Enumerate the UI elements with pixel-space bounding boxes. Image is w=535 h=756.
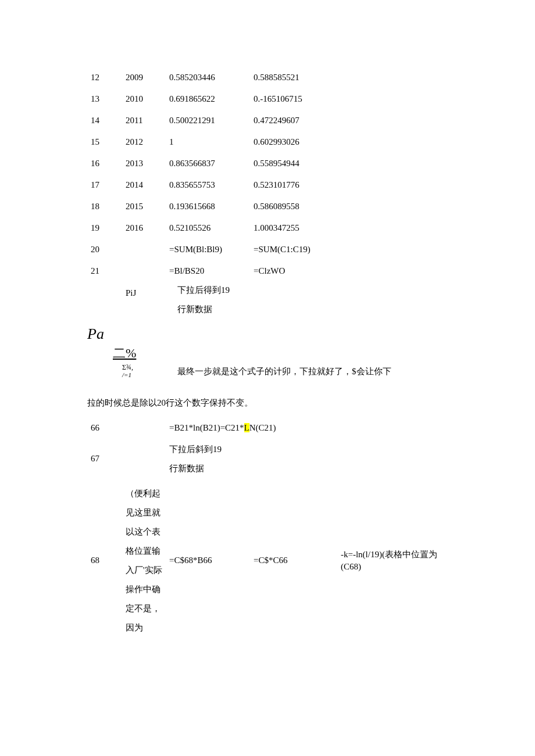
cell-b: 2014 xyxy=(122,174,166,196)
formula-pre: =B21*ln(B21)=C21* xyxy=(169,423,244,432)
cell-a: 16 xyxy=(87,153,122,174)
cell-a: 19 xyxy=(87,217,122,239)
cell-c: 0.585203446 xyxy=(166,67,250,88)
cell-a: 67 xyxy=(87,439,122,479)
data-table-lower: 66 =B21*ln(B21)=C21*LN(C21) 67 下拉后斜到19 行… xyxy=(87,417,448,642)
table-row: 12 2009 0.585203446 0.588585521 xyxy=(87,67,448,88)
cell-a: 14 xyxy=(87,110,122,131)
table-row: 14 2011 0.500221291 0.472249607 xyxy=(87,110,448,131)
sigma-sub: /=1 xyxy=(122,371,131,378)
cell-formula: =B21*ln(B21)=C21*LN(C21) xyxy=(166,417,337,439)
quote-content: （便利起见这里就以这个表格位置输入厂'实际操作中确定不是，因为 xyxy=(126,489,162,632)
table-row: 18 2015 0.193615668 0.586089558 xyxy=(87,196,448,217)
er-percent-text: 二% xyxy=(113,346,136,360)
cell-b: 2009 xyxy=(122,67,166,88)
table-row: 21 PiJ =Bl/BS20 下拉后得到19 行新数据 =ClzWO xyxy=(87,260,448,320)
cell-c: =C$68*B66 xyxy=(166,479,250,642)
cell-d: =SUM(C1:C19) xyxy=(250,239,337,260)
sigma-text: 最终一步就是这个式子的计卯，下拉就好了，$会让你下 xyxy=(177,366,391,378)
cell-a: 21 xyxy=(87,260,122,320)
cell-c: =SUM(Bl:Bl9) xyxy=(166,239,250,260)
table-row: 16 2013 0.863566837 0.558954944 xyxy=(87,153,448,174)
sigma-line: Σ¾, /=1 最终一步就是这个式子的计卯，下拉就好了，$会让你下 xyxy=(87,364,448,379)
formula-block: Pa 二% Σ¾, /=1 最终一步就是这个式子的计卯，下拉就好了，$会让你下 xyxy=(87,324,448,379)
cell-a: 17 xyxy=(87,174,122,196)
cell-b: 2012 xyxy=(122,131,166,153)
cell-a: 15 xyxy=(87,131,122,153)
note-text: 行新数据 xyxy=(169,303,247,316)
cell-d: 1.000347255 xyxy=(250,217,337,239)
cell-d: 0.-165106715 xyxy=(250,88,337,110)
cell-c: 0.500221291 xyxy=(166,110,250,131)
cell-d: 0.588585521 xyxy=(250,67,337,88)
cell-b: （便利起见这里就以这个表格位置输入厂'实际操作中确定不是，因为 xyxy=(122,479,166,642)
sigma-notation: Σ¾, /=1 xyxy=(122,364,177,379)
cell-c: 0.691865622 xyxy=(166,88,250,110)
cell-c: 1 xyxy=(166,131,250,153)
sigma-top: Σ¾, xyxy=(122,363,133,371)
table-row: 66 =B21*ln(B21)=C21*LN(C21) xyxy=(87,417,448,439)
table-row: 13 2010 0.691865622 0.-165106715 xyxy=(87,88,448,110)
cell-a: 20 xyxy=(87,239,122,260)
cell-c: 0.863566837 xyxy=(166,153,250,174)
table-row: 68 （便利起见这里就以这个表格位置输入厂'实际操作中确定不是，因为 =C$68… xyxy=(87,479,448,642)
cell-d: 0.558954944 xyxy=(250,153,337,174)
pa-symbol: Pa xyxy=(87,324,448,345)
cell-d: =C$*C66 xyxy=(250,479,337,642)
formula-highlight: L xyxy=(244,423,249,432)
cell-d: 0.602993026 xyxy=(250,131,337,153)
cell-a: 18 xyxy=(87,196,122,217)
cell-b: 2011 xyxy=(122,110,166,131)
cell-a: 12 xyxy=(87,67,122,88)
table-row: 17 2014 0.835655753 0.523101776 xyxy=(87,174,448,196)
cell-b: PiJ xyxy=(122,260,166,320)
cell-d: 0.472249607 xyxy=(250,110,337,131)
table-row: 15 2012 1 0.602993026 xyxy=(87,131,448,153)
table-body-lower: 66 =B21*ln(B21)=C21*LN(C21) 67 下拉后斜到19 行… xyxy=(87,417,448,642)
cell-b: 2013 xyxy=(122,153,166,174)
formula-text: =Bl/BS20 xyxy=(169,265,247,277)
cell-c: 0.52105526 xyxy=(166,217,250,239)
cell-c: 0.193615668 xyxy=(166,196,250,217)
cell-d: 0.523101776 xyxy=(250,174,337,196)
e-content: -k=-ln(l/19)(表格中位置为(C68) xyxy=(341,550,437,571)
table-row: 19 2016 0.52105526 1.000347255 xyxy=(87,217,448,239)
cell-d: 0.586089558 xyxy=(250,196,337,217)
cell-c: 0.835655753 xyxy=(166,174,250,196)
page: 12 2009 0.585203446 0.588585521 13 2010 … xyxy=(0,0,535,689)
table-row: 67 下拉后斜到19 行新数据 xyxy=(87,439,448,479)
table-body: 12 2009 0.585203446 0.588585521 13 2010 … xyxy=(87,67,448,320)
cell-a: 66 xyxy=(87,417,122,439)
note-line: 行新数据 xyxy=(169,463,247,475)
data-table: 12 2009 0.585203446 0.588585521 13 2010 … xyxy=(87,67,448,320)
cell-a: 68 xyxy=(87,479,122,642)
formula-post: N(C21) xyxy=(249,423,276,432)
cell-b: 2016 xyxy=(122,217,166,239)
cell-c: =Bl/BS20 下拉后得到19 行新数据 xyxy=(166,260,250,320)
paragraph: 拉的时候总是除以20行这个数字保持不变。 xyxy=(87,397,448,409)
cell-b xyxy=(122,239,166,260)
note-text: 下拉后得到19 xyxy=(169,284,247,296)
er-percent: 二% xyxy=(113,345,448,363)
cell-b: 2015 xyxy=(122,196,166,217)
note-line: 下拉后斜到19 xyxy=(169,443,247,456)
cell-d: =ClzWO xyxy=(250,260,337,320)
cell-a: 13 xyxy=(87,88,122,110)
cell-e: -k=-ln(l/19)(表格中位置为(C68) xyxy=(337,479,448,642)
cell-b: 2010 xyxy=(122,88,166,110)
cell-note: 下拉后斜到19 行新数据 xyxy=(166,439,250,479)
table-row: 20 =SUM(Bl:Bl9) =SUM(C1:C19) xyxy=(87,239,448,260)
